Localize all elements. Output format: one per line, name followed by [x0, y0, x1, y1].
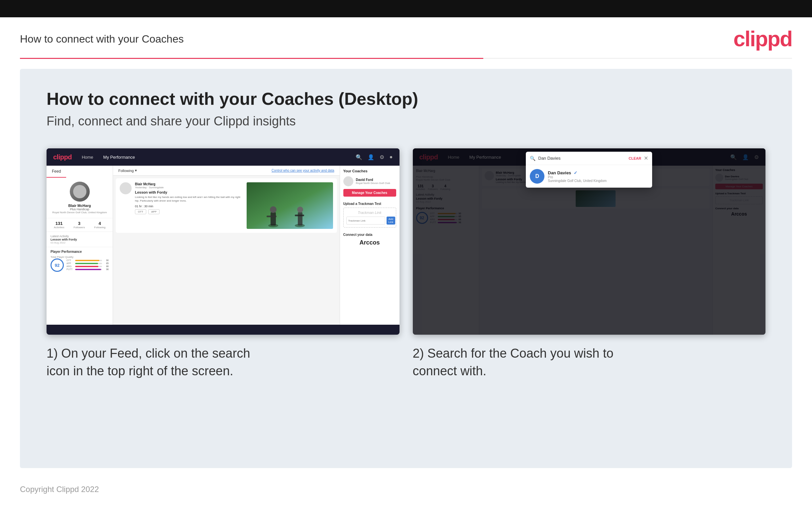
- search-icon-overlay: 🔍: [530, 156, 535, 161]
- lesson-card: Blair McHarg Yesterday · Sunningdale Les…: [116, 178, 337, 233]
- profile-stats: 131 Activities 3 Followers 4 Following: [47, 218, 113, 232]
- svg-point-3: [270, 206, 277, 213]
- avatar: [70, 182, 90, 202]
- followers-count: 3: [74, 221, 85, 226]
- latest-date: 03 Aug 2022: [51, 241, 109, 244]
- main-subheading: Find, connect and share your Clippd insi…: [47, 114, 765, 128]
- clear-button[interactable]: CLEAR: [628, 156, 641, 160]
- result-name: Dan Davies ✓: [548, 170, 607, 175]
- coach-entry-info: David Ford Royal North Devon Golf Club: [356, 178, 390, 185]
- lesson-tags: OTT APP: [135, 209, 243, 214]
- lesson-title: Lesson with Fordy: [135, 190, 243, 194]
- result-role: Pro: [548, 175, 607, 179]
- profile-location: Royal North Devon Golf Club, United King…: [51, 211, 109, 214]
- nav-home[interactable]: Home: [82, 155, 93, 160]
- svg-rect-8: [295, 215, 304, 216]
- coach-entry-name: David Ford: [356, 178, 390, 182]
- tag-app: APP: [148, 209, 159, 214]
- trackman-input[interactable]: [346, 217, 385, 224]
- step-1-label: 1) On your Feed, click on the searchicon…: [47, 345, 399, 380]
- search-icon[interactable]: 🔍: [355, 154, 362, 160]
- settings-icon[interactable]: ⚙: [380, 154, 384, 160]
- top-bar: [0, 0, 812, 17]
- result-info: Dan Davies ✓ Pro Sunningdale Golf Club, …: [548, 170, 607, 183]
- search-input-row: 🔍 Dan Davies CLEAR ✕: [526, 152, 652, 165]
- right-panel-1: Your Coaches David Ford Royal North Devo…: [340, 166, 399, 325]
- upload-section: Upload a Trackman Test Trackman Link Add…: [343, 202, 396, 227]
- header: How to connect with your Coaches clippd: [0, 17, 812, 58]
- feed-main: Following ▾ Control who can see your act…: [113, 166, 340, 325]
- quality-circle: 92: [51, 258, 64, 272]
- quality-row: 92 OTT90 APP85 ARG86 PUTT96: [51, 258, 109, 272]
- coach-entry-avatar: [343, 176, 353, 186]
- screenshot-col-2: clippd Home My Performance 🔍 👤 ⚙ Blair M…: [413, 149, 766, 380]
- svg-rect-2: [271, 212, 276, 225]
- lesson-image: [247, 182, 333, 229]
- manage-coaches-btn[interactable]: Manage Your Coaches: [343, 189, 396, 197]
- activities-count: 131: [54, 221, 64, 226]
- coach-sub-feed: Yesterday · Sunningdale: [135, 186, 243, 189]
- add-link-btn[interactable]: Add Link: [387, 217, 395, 224]
- step-2-label: 2) Search for the Coach you wish toconne…: [413, 345, 766, 380]
- svg-rect-0: [247, 182, 333, 229]
- search-result[interactable]: D Dan Davies ✓ Pro Sunningdale Golf Club…: [526, 165, 652, 187]
- user-icon[interactable]: 👤: [368, 154, 374, 160]
- screenshot-frame-1: clippd Home My Performance 🔍 👤 ⚙ ● Feed: [47, 149, 399, 335]
- latest-label: Latest Activity: [51, 235, 109, 238]
- screenshot-frame-2: clippd Home My Performance 🔍 👤 ⚙ Blair M…: [413, 149, 766, 335]
- screenshot-col-1: clippd Home My Performance 🔍 👤 ⚙ ● Feed: [47, 149, 399, 380]
- coach-name-feed: Blair McHarg: [135, 182, 243, 186]
- lesson-text: Looking to feel like my hands are exitin…: [135, 195, 243, 203]
- header-divider: [20, 58, 792, 59]
- following-btn[interactable]: Following ▾: [118, 168, 137, 173]
- control-link[interactable]: Control who can see your activity and da…: [272, 169, 334, 172]
- svg-rect-4: [267, 216, 277, 217]
- upload-title: Upload a Trackman Test: [343, 202, 396, 206]
- nav-icons: 🔍 👤 ⚙ ●: [355, 154, 393, 160]
- footer: Copyright Clippd 2022: [0, 478, 812, 501]
- coach-entry-club: Royal North Devon Golf Club: [356, 182, 390, 185]
- app-body-1: Feed Blair McHarg Plus Handicap Royal No…: [47, 166, 399, 325]
- clippd-logo: clippd: [733, 27, 792, 51]
- copyright-text: Copyright Clippd 2022: [20, 485, 99, 494]
- lesson-info: Blair McHarg Yesterday · Sunningdale Les…: [135, 182, 243, 229]
- svg-rect-6: [298, 212, 302, 225]
- search-overlay: 🔍 Dan Davies CLEAR ✕ D Dan Davies ✓: [413, 149, 766, 335]
- arccos-logo: Arccos: [343, 239, 396, 246]
- search-box: 🔍 Dan Davies CLEAR ✕ D Dan Davies ✓: [526, 152, 652, 187]
- main-content: How to connect with your Coaches (Deskto…: [20, 69, 792, 468]
- close-search-button[interactable]: ✕: [644, 155, 648, 161]
- connect-section: Connect your data Arccos: [343, 233, 396, 246]
- coach-entry-1: David Ford Royal North Devon Golf Club: [343, 176, 396, 186]
- connect-title: Connect your data: [343, 233, 396, 237]
- search-text-display: Dan Davies: [538, 156, 626, 161]
- coaches-title-1: Your Coaches: [343, 169, 396, 173]
- nav-my-performance[interactable]: My Performance: [103, 155, 135, 160]
- quality-bars: OTT90 APP85 ARG86 PUTT96: [66, 259, 109, 271]
- result-club: Sunningdale Golf Club, United Kingdom: [548, 179, 607, 183]
- trackman-label: Trackman Link: [346, 211, 393, 215]
- page-title: How to connect with your Coaches: [20, 33, 184, 45]
- svg-point-7: [297, 207, 303, 213]
- perf-subtitle: Total Player Quality: [51, 255, 109, 258]
- result-avatar: D: [530, 169, 544, 184]
- player-perf: Player Performance Total Player Quality …: [47, 247, 113, 274]
- chevron-down-icon: ▾: [135, 168, 137, 173]
- feed-tab[interactable]: Feed: [47, 166, 66, 178]
- perf-title: Player Performance: [51, 250, 109, 254]
- coach-avatar-feed: [120, 182, 132, 194]
- trackman-box: Trackman Link Add Link: [343, 208, 396, 227]
- feed-header: Following ▾ Control who can see your act…: [113, 166, 340, 176]
- tag-ott: OTT: [135, 209, 146, 214]
- following-label: Following: [118, 169, 134, 173]
- latest-value: Lesson with Fordy: [51, 238, 109, 241]
- app-logo-1: clippd: [53, 153, 72, 161]
- profile-section: Blair McHarg Plus Handicap Royal North D…: [47, 178, 113, 218]
- profile-name: Blair McHarg: [51, 204, 109, 208]
- screenshots-row: clippd Home My Performance 🔍 👤 ⚙ ● Feed: [47, 149, 765, 380]
- avatar-icon[interactable]: ●: [389, 154, 393, 160]
- profile-sub: Plus Handicap: [51, 208, 109, 211]
- latest-activity: Latest Activity Lesson with Fordy 03 Aug…: [47, 232, 113, 247]
- app-navbar-1: clippd Home My Performance 🔍 👤 ⚙ ●: [47, 149, 399, 166]
- verified-icon: ✓: [574, 170, 577, 175]
